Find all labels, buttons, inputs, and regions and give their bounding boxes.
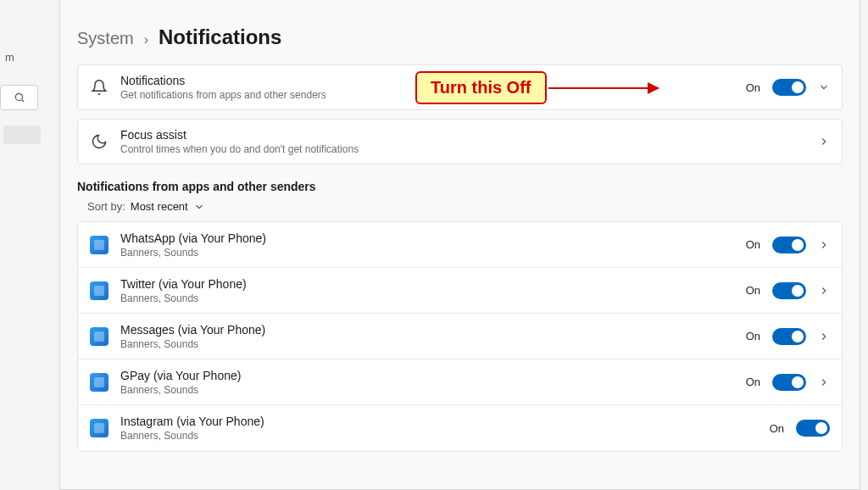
page-title: Notifications	[159, 25, 281, 49]
app-name: GPay (via Your Phone)	[120, 369, 734, 382]
search-input[interactable]	[0, 85, 38, 110]
focus-assist-row[interactable]: Focus assist Control times when you do a…	[77, 119, 843, 164]
focus-assist-title: Focus assist	[120, 128, 806, 142]
bell-icon	[90, 78, 108, 97]
chevron-right-icon[interactable]	[818, 285, 830, 297]
annotation-text: Turn this Off	[415, 71, 547, 104]
app-icon	[90, 419, 108, 437]
app-row[interactable]: Messages (via Your Phone) Banners, Sound…	[78, 314, 842, 359]
breadcrumb-parent[interactable]: System	[77, 29, 134, 48]
app-state-label: On	[770, 422, 784, 435]
app-state-label: On	[746, 284, 760, 297]
app-icon	[90, 236, 108, 254]
search-icon	[14, 92, 25, 103]
chevron-right-icon[interactable]	[818, 239, 830, 251]
chevron-right-icon[interactable]	[818, 331, 830, 342]
sort-by-selector[interactable]: Sort by: Most recent	[87, 200, 843, 213]
chevron-right-icon[interactable]	[818, 376, 830, 388]
sort-label: Sort by:	[87, 200, 125, 213]
svg-line-1	[21, 100, 24, 103]
apps-section-header: Notifications from apps and other sender…	[77, 180, 843, 193]
annotation-callout: Turn this Off	[415, 71, 659, 104]
app-name: WhatsApp (via Your Phone)	[120, 231, 734, 245]
chevron-down-icon[interactable]	[818, 81, 830, 93]
app-toggle[interactable]	[772, 374, 806, 391]
chevron-right-icon[interactable]	[818, 136, 830, 148]
sort-value: Most recent	[131, 200, 188, 213]
app-state-label: On	[746, 376, 760, 388]
notifications-state-label: On	[746, 81, 760, 94]
app-row[interactable]: GPay (via Your Phone) Banners, Sounds On	[78, 359, 842, 405]
chevron-down-icon	[193, 201, 205, 213]
notifications-toggle[interactable]	[772, 79, 806, 96]
app-name: Instagram (via Your Phone)	[120, 415, 758, 428]
app-toggle[interactable]	[772, 328, 806, 345]
app-subtitle: Banners, Sounds	[120, 292, 734, 304]
app-state-label: On	[746, 330, 760, 342]
app-row[interactable]: Twitter (via Your Phone) Banners, Sounds…	[78, 268, 842, 314]
app-icon	[90, 327, 108, 346]
breadcrumb: System › Notifications	[60, 25, 860, 64]
arrow-icon	[548, 87, 659, 89]
truncated-nav-text: m	[5, 51, 14, 64]
app-subtitle: Banners, Sounds	[120, 338, 734, 350]
app-toggle[interactable]	[796, 420, 830, 437]
app-subtitle: Banners, Sounds	[120, 384, 734, 396]
app-state-label: On	[746, 238, 760, 251]
app-notification-list: WhatsApp (via Your Phone) Banners, Sound…	[77, 221, 843, 452]
chevron-right-icon: ›	[144, 32, 148, 47]
app-subtitle: Banners, Sounds	[120, 247, 734, 259]
svg-point-0	[15, 93, 22, 100]
app-icon	[90, 281, 108, 300]
app-toggle[interactable]	[772, 237, 806, 253]
app-row[interactable]: Instagram (via Your Phone) Banners, Soun…	[78, 405, 842, 451]
nav-item-selected[interactable]	[3, 125, 41, 144]
app-toggle[interactable]	[772, 282, 806, 299]
app-subtitle: Banners, Sounds	[120, 430, 758, 442]
app-row[interactable]: WhatsApp (via Your Phone) Banners, Sound…	[78, 222, 842, 268]
app-name: Twitter (via Your Phone)	[120, 277, 734, 291]
app-name: Messages (via Your Phone)	[120, 323, 734, 337]
moon-icon	[90, 132, 108, 151]
app-icon	[90, 373, 108, 392]
focus-assist-subtitle: Control times when you do and don't get …	[120, 143, 806, 155]
